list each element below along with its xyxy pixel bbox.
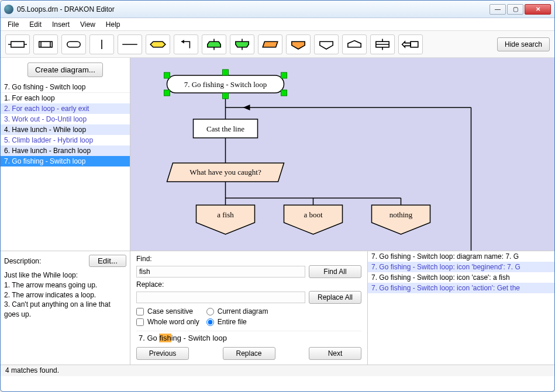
description-label: Description: [4, 257, 41, 265]
tool-address-icon[interactable] [342, 34, 367, 54]
svg-rect-41 [281, 90, 287, 96]
whole-word-checkbox[interactable]: Whole word only [136, 318, 199, 326]
tool-input-icon[interactable] [398, 34, 423, 54]
list-item[interactable]: 4. Have lunch - While loop [1, 124, 130, 135]
svg-marker-50 [372, 205, 430, 234]
close-button[interactable]: ✕ [525, 4, 551, 15]
titlebar: 05.Loops.drn - DRAKON Editor — ▢ ✕ [1, 1, 554, 18]
svg-marker-29 [243, 105, 250, 110]
description-pane: Description: Edit... Just like the While… [1, 251, 130, 365]
replace-label: Replace: [136, 280, 361, 289]
svg-rect-6 [67, 41, 80, 47]
description-text: Just like the While loop: 1. The arrow m… [4, 270, 126, 361]
canvas[interactable]: 7. Go fishing - Switch loop Cast the lin… [130, 58, 554, 251]
statusbar: 4 matches found. [1, 365, 554, 376]
tool-vertical-icon[interactable] [89, 34, 114, 54]
result-item[interactable]: 7. Go fishing - Switch loop: diagram nam… [368, 251, 554, 262]
replace-input[interactable] [136, 292, 305, 303]
find-label: Find: [136, 255, 361, 263]
hide-search-button[interactable]: Hide search [497, 37, 550, 51]
window-title: 05.Loops.drn - DRAKON Editor [17, 5, 489, 13]
svg-marker-48 [284, 205, 343, 234]
list-item[interactable]: 6. Have lunch - Branch loop [1, 145, 130, 156]
tool-branch-icon[interactable] [314, 34, 339, 54]
lower-panels: Description: Edit... Just like the While… [1, 251, 554, 365]
svg-rect-39 [164, 90, 170, 96]
menu-help[interactable]: Help [101, 19, 125, 30]
tool-insertion-icon[interactable] [33, 34, 58, 54]
svg-marker-9 [150, 41, 166, 47]
find-all-button[interactable]: Find All [309, 265, 361, 278]
svg-text:a fish: a fish [217, 210, 234, 219]
svg-text:What have you caught?: What have you caught? [189, 168, 261, 176]
svg-text:7. Go fishing - Switch loop: 7. Go fishing - Switch loop [184, 80, 267, 89]
svg-rect-40 [223, 93, 229, 99]
find-input[interactable] [136, 266, 305, 277]
menu-edit[interactable]: Edit [25, 19, 46, 30]
menubar: File Edit Insert View Help [1, 18, 554, 31]
replace-all-button[interactable]: Replace All [309, 291, 361, 304]
diagram-list: 1. For each loop 2. For each loop - earl… [1, 92, 130, 251]
list-item[interactable]: 3. Work out - Do-Until loop [1, 114, 130, 124]
body-area: Create diagram... 7. Go fishing - Switch… [1, 58, 554, 251]
result-item[interactable]: 7. Go fishing - Switch loop: icon 'begin… [368, 262, 554, 272]
svg-rect-0 [11, 41, 24, 47]
tool-action-icon[interactable] [5, 34, 30, 54]
svg-marker-14 [236, 41, 249, 47]
svg-marker-11 [208, 41, 220, 47]
tool-loopend-icon[interactable] [230, 34, 254, 54]
svg-text:nothing: nothing [389, 210, 413, 219]
svg-text:Cast the line: Cast the line [206, 124, 244, 133]
current-diagram-radio[interactable]: Current diagram [206, 307, 268, 315]
minimize-button[interactable]: — [489, 4, 506, 15]
tool-beginend-icon[interactable] [61, 34, 86, 54]
svg-marker-17 [263, 41, 278, 47]
svg-rect-38 [281, 72, 287, 78]
tool-if-icon[interactable] [146, 34, 170, 54]
tool-horizontal-icon[interactable] [118, 34, 142, 54]
list-item[interactable]: 2. For each loop - early exit [1, 103, 130, 114]
next-button[interactable]: Next [309, 347, 361, 360]
svg-rect-26 [411, 41, 418, 47]
results-pane: 7. Go fishing - Switch loop: diagram nam… [367, 251, 554, 365]
tool-arrow-icon[interactable] [174, 34, 198, 54]
case-sensitive-checkbox[interactable]: Case sensitive [136, 307, 199, 315]
menu-file[interactable]: File [3, 19, 23, 30]
replace-button[interactable]: Replace [223, 347, 275, 360]
svg-marker-19 [320, 41, 333, 49]
sidebar: Create diagram... 7. Go fishing - Switch… [1, 58, 130, 251]
sidebar-header: 7. Go fishing - Switch loop [1, 82, 130, 92]
tool-case-icon[interactable] [286, 34, 311, 54]
window-controls: — ▢ ✕ [489, 4, 551, 15]
list-item[interactable]: 1. For each loop [1, 93, 130, 103]
window: 05.Loops.drn - DRAKON Editor — ▢ ✕ File … [0, 0, 555, 392]
entire-file-radio[interactable]: Entire file [206, 318, 268, 326]
svg-marker-25 [402, 41, 411, 47]
edit-description-button[interactable]: Edit... [89, 255, 126, 267]
svg-marker-10 [181, 40, 184, 43]
result-item[interactable]: 7. Go fishing - Switch loop: icon 'case'… [368, 272, 554, 283]
tool-shelf-icon[interactable] [370, 34, 395, 54]
tool-select-icon[interactable] [258, 34, 282, 54]
svg-text:a boot: a boot [304, 210, 323, 219]
svg-marker-20 [348, 40, 361, 47]
svg-rect-37 [223, 70, 229, 75]
svg-marker-18 [292, 41, 305, 49]
match-preview: 7. Go fishing - Switch loop [136, 331, 361, 345]
svg-rect-36 [164, 72, 170, 78]
app-icon [4, 5, 13, 14]
menu-insert[interactable]: Insert [47, 19, 74, 30]
maximize-button[interactable]: ▢ [507, 4, 523, 15]
tool-loopstart-icon[interactable] [202, 34, 226, 54]
svg-marker-46 [197, 205, 255, 234]
list-item-selected[interactable]: 7. Go fishing - Switch loop [1, 156, 130, 166]
find-replace-pane: Find: Find All Replace: Replace All Case… [130, 251, 367, 365]
previous-button[interactable]: Previous [136, 347, 189, 360]
menu-view[interactable]: View [75, 19, 100, 30]
create-diagram-button[interactable]: Create diagram... [27, 63, 103, 77]
toolbar: Hide search [1, 31, 554, 58]
list-item[interactable]: 5. Climb ladder - Hybrid loop [1, 135, 130, 145]
result-item[interactable]: 7. Go fishing - Switch loop: icon 'actio… [368, 283, 554, 293]
